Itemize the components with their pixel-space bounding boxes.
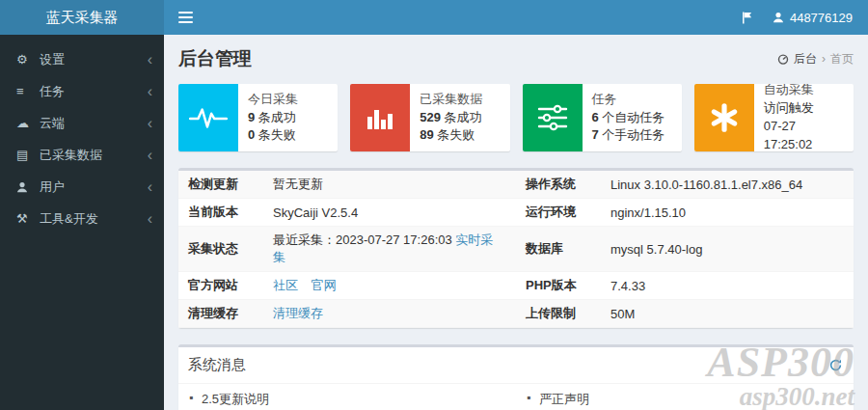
- official-site-link[interactable]: 官网: [312, 278, 337, 292]
- sidebar-item-collected-data[interactable]: ▤ 已采集数据 ‹: [0, 139, 164, 171]
- sidebar-item-cloud[interactable]: ☁ 云端 ‹: [0, 107, 164, 139]
- info-box-auto-collect: 自动采集 访问触发 07-27 17:25:02: [694, 84, 854, 151]
- info-box-tasks: 任务 6 个自动任务 7 个手动任务: [523, 84, 682, 151]
- stat-label: 条成功: [258, 110, 296, 124]
- info-box-title: 已采集数据: [420, 91, 482, 109]
- sidebar-item-label: 用户: [40, 178, 65, 196]
- status-value: nginx/1.15.10: [601, 199, 854, 227]
- info-box-line: 0 条失败: [248, 126, 298, 145]
- status-key: 当前版本: [178, 199, 263, 227]
- table-row: 清理缓存 清理缓存 上传限制 50M: [178, 300, 854, 328]
- info-box-title: 任务: [592, 91, 665, 109]
- status-key: 采集状态: [178, 227, 263, 272]
- wrench-icon: ⚒: [16, 211, 40, 226]
- stat-label: 个手动任务: [602, 127, 665, 142]
- info-box-line: 6 个自动任务: [592, 109, 665, 127]
- stat-label: 个自动任务: [602, 110, 665, 124]
- sidebar-item-label: 云端: [40, 115, 65, 132]
- info-box-content: 今日采集 9 条成功 0 条失败: [238, 84, 308, 151]
- topbar: 蓝天采集器 448776129: [0, 0, 868, 35]
- gear-icon: ⚙: [16, 52, 40, 67]
- panel-title: 系统消息: [188, 356, 246, 374]
- status-value: 50M: [601, 300, 854, 328]
- info-box-content: 已采集数据 529 条成功 89 条失败: [410, 84, 492, 151]
- info-box-content: 任务 6 个自动任务 7 个手动任务: [583, 84, 675, 151]
- info-box-line: 07-27 17:25:02: [764, 118, 844, 151]
- breadcrumb-home-link[interactable]: 后台: [794, 51, 817, 68]
- message-item[interactable]: 严正声明: [516, 384, 854, 410]
- messages-list: 2.5更新说明 常见问题汇总 严正声明 入门使用手册: [178, 384, 854, 410]
- info-box-today-collect: 今日采集 9 条成功 0 条失败: [178, 84, 338, 151]
- sidebar-item-label: 已采集数据: [40, 147, 102, 164]
- status-key: 官方网站: [178, 272, 263, 300]
- sidebar-item-tasks[interactable]: ≡ 任务 ‹: [0, 75, 164, 107]
- sidebar-item-label: 设置: [40, 51, 65, 68]
- status-value: mysql 5.7.40-log: [601, 227, 854, 272]
- info-box-title: 自动采集: [764, 84, 844, 99]
- info-box-line: 访问触发: [764, 99, 844, 118]
- sidebar-item-settings[interactable]: ⚙ 设置 ‹: [0, 43, 164, 75]
- pulse-icon: [178, 84, 238, 151]
- messages-panel-header: 系统消息: [178, 347, 854, 384]
- chevron-left-icon: ‹: [148, 52, 152, 68]
- app-title: 蓝天采集器: [46, 9, 119, 27]
- sidebar-toggle-button[interactable]: [164, 0, 206, 35]
- status-value: 暂无更新: [263, 171, 516, 199]
- refresh-button[interactable]: [827, 357, 844, 373]
- message-item[interactable]: 2.5更新说明: [178, 384, 516, 410]
- content-header: 后台管理 后台 › 首页: [178, 46, 854, 71]
- status-key: 上传限制: [516, 300, 601, 328]
- status-key: 清理缓存: [178, 300, 263, 328]
- status-value: Linux 3.10.0-1160.81.1.el7.x86_64: [601, 171, 854, 199]
- status-panel: 检测更新 暂无更新 操作系统 Linux 3.10.0-1160.81.1.el…: [178, 168, 854, 328]
- stat-label: 条成功: [445, 110, 482, 124]
- chevron-left-icon: ‹: [148, 84, 152, 99]
- info-box-collected-data: 已采集数据 529 条成功 89 条失败: [350, 84, 509, 151]
- status-value: 7.4.33: [601, 272, 854, 300]
- navbar: 448776129: [164, 0, 868, 35]
- chevron-left-icon: ‹: [148, 179, 152, 195]
- status-key: 运行环境: [516, 199, 601, 227]
- stat-label: 条失败: [258, 127, 296, 142]
- flag-icon[interactable]: [741, 11, 753, 24]
- info-box-line: 7 个手动任务: [592, 126, 665, 145]
- person-icon: [16, 181, 40, 193]
- sidebar-item-label: 任务: [40, 83, 65, 100]
- page-title: 后台管理: [178, 46, 252, 71]
- app-logo[interactable]: 蓝天采集器: [0, 0, 164, 35]
- breadcrumb-separator: ›: [822, 52, 826, 66]
- user-icon: [773, 12, 784, 23]
- messages-panel: 系统消息 2.5更新说明 常见问题汇总 严正声明 入门使用手册: [178, 344, 854, 410]
- status-value: 最近采集：2023-07-27 17:26:03 实时采集: [263, 227, 516, 272]
- dashboard-icon: [777, 53, 789, 65]
- chevron-left-icon: ‹: [148, 211, 152, 227]
- status-key: PHP版本: [516, 272, 601, 300]
- stat-number: 7: [592, 127, 599, 142]
- status-value: SkyCaiji V2.5.4: [263, 199, 516, 227]
- table-row: 当前版本 SkyCaiji V2.5.4 运行环境 nginx/1.15.10: [178, 199, 854, 227]
- messages-column-left: 2.5更新说明 常见问题汇总: [178, 384, 516, 410]
- database-icon: ▤: [16, 148, 40, 162]
- sidebar: ⚙ 设置 ‹ ≡ 任务 ‹ ☁ 云端 ‹ ▤ 已采集数据 ‹ 用户 ‹ ⚒ 工具…: [0, 35, 164, 410]
- stat-number: 0: [248, 127, 255, 142]
- bar-chart-icon: [350, 84, 410, 151]
- status-key: 操作系统: [516, 171, 601, 199]
- clear-cache-link[interactable]: 清理缓存: [273, 306, 323, 320]
- community-link[interactable]: 社区: [273, 278, 298, 292]
- info-box-title: 今日采集: [248, 91, 298, 109]
- user-menu[interactable]: 448776129: [773, 11, 853, 25]
- stat-number: 9: [248, 110, 255, 124]
- status-table: 检测更新 暂无更新 操作系统 Linux 3.10.0-1160.81.1.el…: [178, 171, 854, 328]
- sidebar-item-user[interactable]: 用户 ‹: [0, 171, 164, 203]
- table-row: 官方网站 社区 官网 PHP版本 7.4.33: [178, 272, 854, 300]
- stat-number: 6: [592, 110, 599, 124]
- status-value: 社区 官网: [263, 272, 516, 300]
- breadcrumb-current: 首页: [830, 51, 854, 68]
- table-row: 检测更新 暂无更新 操作系统 Linux 3.10.0-1160.81.1.el…: [178, 171, 854, 199]
- sliders-icon: [523, 84, 583, 151]
- main-content: 后台管理 后台 › 首页 今日采集 9: [164, 35, 868, 410]
- breadcrumb: 后台 › 首页: [777, 51, 854, 68]
- sidebar-item-tools-dev[interactable]: ⚒ 工具&开发 ‹: [0, 203, 164, 234]
- messages-column-right: 严正声明 入门使用手册: [516, 384, 854, 410]
- stat-number: 89: [420, 127, 433, 142]
